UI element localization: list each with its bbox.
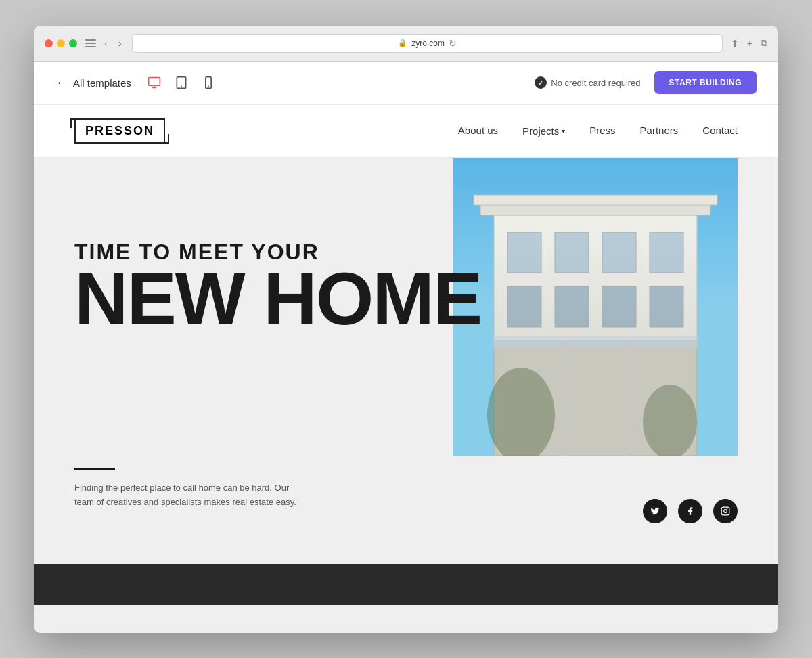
- nav-link-contact: Contact: [702, 125, 738, 136]
- device-icons: [145, 73, 218, 92]
- nav-back-icon[interactable]: ‹: [102, 37, 110, 50]
- new-tab-icon[interactable]: +: [747, 38, 752, 49]
- facebook-icon[interactable]: [678, 499, 702, 523]
- svg-rect-0: [149, 78, 160, 86]
- svg-rect-40: [623, 341, 629, 456]
- nav-item-projects[interactable]: Projects ▾: [522, 125, 565, 137]
- back-link[interactable]: ← All templates: [55, 76, 131, 90]
- tablet-icon[interactable]: [172, 73, 191, 92]
- svg-point-42: [724, 509, 727, 512]
- no-credit-card-label: ✓ No credit card required: [535, 76, 640, 89]
- nav-link-partners: Partners: [640, 125, 679, 136]
- traffic-light-green[interactable]: [69, 39, 77, 47]
- template-toolbar: ← All templates: [34, 62, 778, 105]
- nav-link-press: Press: [589, 125, 615, 136]
- checkmark-icon: ✓: [535, 76, 547, 89]
- traffic-light-yellow[interactable]: [57, 39, 65, 47]
- sidebar-toggle-icon[interactable]: [85, 39, 96, 47]
- no-credit-text: No credit card required: [551, 78, 640, 88]
- site-nav: PRESSON About us Projects ▾ Press Partne…: [34, 105, 778, 158]
- svg-point-43: [727, 508, 728, 509]
- svg-rect-39: [562, 341, 568, 456]
- back-link-label: All templates: [73, 77, 131, 89]
- site-nav-links: About us Projects ▾ Press Partners Conta…: [458, 125, 738, 137]
- hero-headline-large: NEW HOME: [74, 265, 738, 332]
- svg-rect-41: [721, 507, 729, 515]
- nav-forward-icon[interactable]: ›: [116, 37, 125, 50]
- social-icons: [643, 499, 738, 523]
- traffic-lights: [45, 39, 77, 47]
- svg-rect-38: [494, 337, 697, 347]
- toolbar-right: ✓ No credit card required START BUILDING: [535, 71, 757, 94]
- lock-icon: 🔒: [398, 39, 407, 47]
- refresh-icon[interactable]: ↻: [449, 38, 457, 49]
- browser-actions: ⬆ + ⧉: [731, 37, 767, 49]
- site-logo: PRESSON: [74, 118, 165, 144]
- share-icon[interactable]: ⬆: [731, 38, 739, 49]
- nav-item-contact[interactable]: Contact: [702, 125, 738, 137]
- hero-section: TIME TO MEET YOUR NEW HOME Finding the p…: [34, 158, 778, 564]
- desktop-icon[interactable]: [145, 73, 164, 92]
- divider-line: [74, 468, 115, 470]
- hero-description: Finding the perfect place to call home c…: [74, 468, 304, 510]
- dark-footer: [34, 564, 778, 605]
- browser-controls: ‹ ›: [85, 37, 124, 50]
- description-text: Finding the perfect place to call home c…: [74, 481, 304, 510]
- instagram-icon[interactable]: [713, 499, 738, 523]
- traffic-light-red[interactable]: [45, 39, 53, 47]
- svg-point-37: [643, 385, 697, 456]
- chevron-down-icon: ▾: [562, 127, 565, 135]
- toolbar-left: ← All templates: [55, 73, 218, 92]
- nav-item-partners[interactable]: Partners: [640, 125, 679, 137]
- url-text: zyro.com: [411, 39, 445, 48]
- back-arrow-icon: ←: [55, 76, 68, 90]
- svg-rect-26: [474, 195, 717, 205]
- nav-item-about[interactable]: About us: [458, 125, 498, 137]
- website-preview: PRESSON About us Projects ▾ Press Partne…: [34, 105, 778, 633]
- nav-link-about: About us: [458, 125, 498, 136]
- tabs-icon[interactable]: ⧉: [761, 37, 767, 49]
- address-bar[interactable]: 🔒 zyro.com ↻: [132, 34, 722, 53]
- browser-chrome: ‹ › 🔒 zyro.com ↻ ⬆ + ⧉: [34, 26, 778, 62]
- twitter-icon[interactable]: [643, 499, 667, 523]
- nav-item-press[interactable]: Press: [589, 125, 615, 137]
- nav-link-projects: Projects ▾: [522, 125, 565, 137]
- start-building-button[interactable]: START BUILDING: [654, 71, 757, 94]
- browser-window: ‹ › 🔒 zyro.com ↻ ⬆ + ⧉ ← All templates: [34, 26, 778, 633]
- mobile-icon[interactable]: [199, 73, 218, 92]
